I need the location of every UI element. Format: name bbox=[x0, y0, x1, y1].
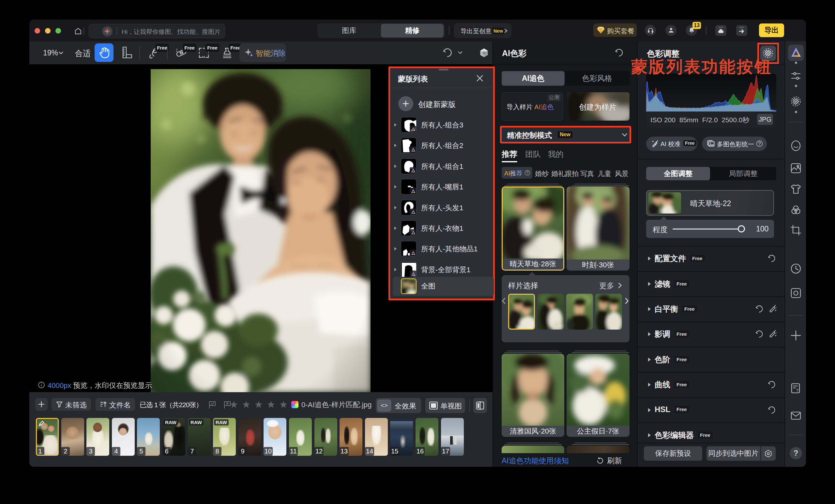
svg-text:?: ? bbox=[796, 388, 798, 393]
